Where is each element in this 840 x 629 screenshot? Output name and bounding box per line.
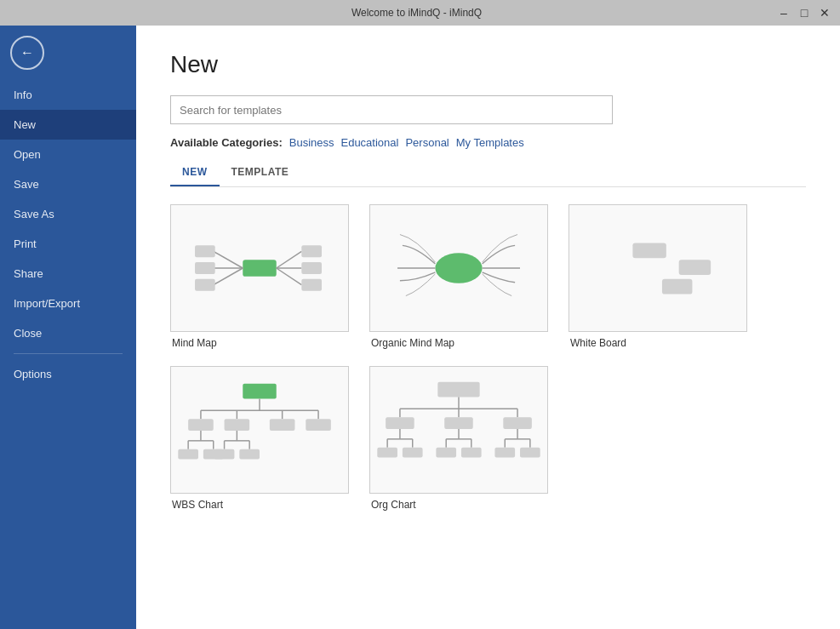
template-grid: Mind Map	[170, 204, 806, 511]
svg-rect-14	[632, 243, 666, 258]
sidebar: ← Info New Open Save Save As Print Share…	[0, 26, 136, 629]
svg-rect-17	[243, 384, 276, 399]
svg-rect-4	[195, 262, 215, 274]
svg-rect-64	[494, 448, 515, 458]
svg-rect-66	[520, 448, 540, 458]
template-card-org[interactable]	[369, 366, 548, 494]
template-card-wbs[interactable]	[170, 366, 349, 494]
sidebar-item-open[interactable]: Open	[0, 140, 136, 169]
template-name-whiteboard: White Board	[569, 337, 747, 349]
svg-point-13	[435, 253, 482, 283]
sidebar-item-print[interactable]: Print	[0, 229, 136, 259]
tabs-row: NEW TEMPLATE	[170, 161, 806, 187]
org-chart-preview	[370, 367, 547, 493]
close-button[interactable]: ✕	[816, 5, 833, 20]
category-personal[interactable]: Personal	[405, 136, 449, 149]
svg-rect-2	[195, 245, 215, 257]
sidebar-item-save[interactable]: Save	[0, 169, 136, 199]
template-card-whiteboard[interactable]	[569, 204, 747, 332]
search-input[interactable]	[170, 95, 613, 124]
page-title: New	[170, 51, 806, 78]
svg-rect-27	[306, 419, 331, 431]
svg-rect-39	[239, 449, 260, 460]
sidebar-item-info[interactable]: Info	[0, 80, 136, 110]
organic-mind-map-preview	[370, 205, 547, 331]
template-card-mind-map[interactable]	[170, 204, 349, 332]
white-board-preview	[569, 205, 746, 331]
template-wbs-chart[interactable]: WBS Chart	[170, 366, 349, 511]
svg-line-1	[214, 251, 243, 268]
template-name-wbs: WBS Chart	[170, 499, 349, 511]
svg-rect-12	[301, 279, 322, 291]
svg-rect-40	[437, 382, 479, 397]
title-controls: – □ ✕	[775, 5, 833, 20]
template-card-organic[interactable]	[369, 204, 548, 332]
svg-line-5	[214, 268, 243, 285]
template-organic-mind-map[interactable]: Organic Mind Map	[369, 204, 548, 349]
restore-button[interactable]: □	[796, 5, 813, 20]
tab-template[interactable]: TEMPLATE	[220, 161, 301, 186]
svg-rect-25	[270, 419, 295, 431]
template-name-org: Org Chart	[369, 499, 548, 511]
sidebar-nav: Info New Open Save Save As Print Share I…	[0, 80, 136, 629]
mind-map-preview	[171, 205, 348, 331]
svg-rect-15	[679, 260, 711, 275]
category-my-templates[interactable]: My Templates	[456, 136, 524, 149]
tab-new[interactable]: NEW	[170, 161, 220, 186]
svg-rect-54	[403, 448, 423, 458]
template-name-mind-map: Mind Map	[170, 337, 349, 349]
sidebar-item-import-export[interactable]: Import/Export	[0, 289, 136, 318]
svg-rect-31	[178, 449, 198, 460]
svg-rect-8	[301, 245, 322, 257]
sidebar-divider	[14, 353, 123, 354]
template-mind-map[interactable]: Mind Map	[170, 204, 349, 349]
title-text: Welcome to iMindQ - iMindQ	[58, 7, 775, 19]
svg-rect-37	[214, 449, 235, 460]
sidebar-item-close[interactable]: Close	[0, 318, 136, 348]
app-body: ← Info New Open Save Save As Print Share…	[0, 26, 840, 629]
svg-rect-0	[243, 260, 276, 277]
sidebar-item-options[interactable]: Options	[0, 359, 136, 389]
svg-rect-48	[503, 417, 532, 429]
svg-line-7	[277, 251, 302, 268]
svg-rect-23	[225, 419, 250, 431]
sidebar-item-new[interactable]: New	[0, 110, 136, 140]
svg-rect-60	[461, 448, 482, 458]
sidebar-item-share[interactable]: Share	[0, 259, 136, 289]
title-bar: Welcome to iMindQ - iMindQ – □ ✕	[0, 0, 840, 26]
svg-rect-10	[301, 262, 322, 274]
template-name-organic: Organic Mind Map	[369, 337, 548, 349]
svg-rect-58	[436, 448, 456, 458]
minimize-button[interactable]: –	[775, 5, 792, 20]
back-button[interactable]: ←	[10, 36, 44, 70]
sidebar-item-save-as[interactable]: Save As	[0, 199, 136, 229]
svg-rect-16	[662, 279, 693, 294]
categories-row: Available Categories: Business Education…	[170, 136, 806, 149]
svg-line-11	[277, 268, 302, 285]
svg-rect-52	[377, 448, 397, 458]
svg-rect-21	[188, 419, 214, 431]
svg-rect-46	[444, 417, 473, 429]
svg-rect-6	[195, 279, 215, 291]
svg-rect-44	[386, 417, 414, 429]
wbs-chart-preview	[171, 367, 348, 493]
category-educational[interactable]: Educational	[340, 136, 398, 149]
category-business[interactable]: Business	[289, 136, 334, 149]
template-org-chart[interactable]: Org Chart	[369, 366, 548, 511]
main-content: New Available Categories: Business Educa…	[136, 26, 840, 629]
categories-label: Available Categories:	[170, 136, 283, 149]
template-white-board[interactable]: White Board	[569, 204, 747, 349]
